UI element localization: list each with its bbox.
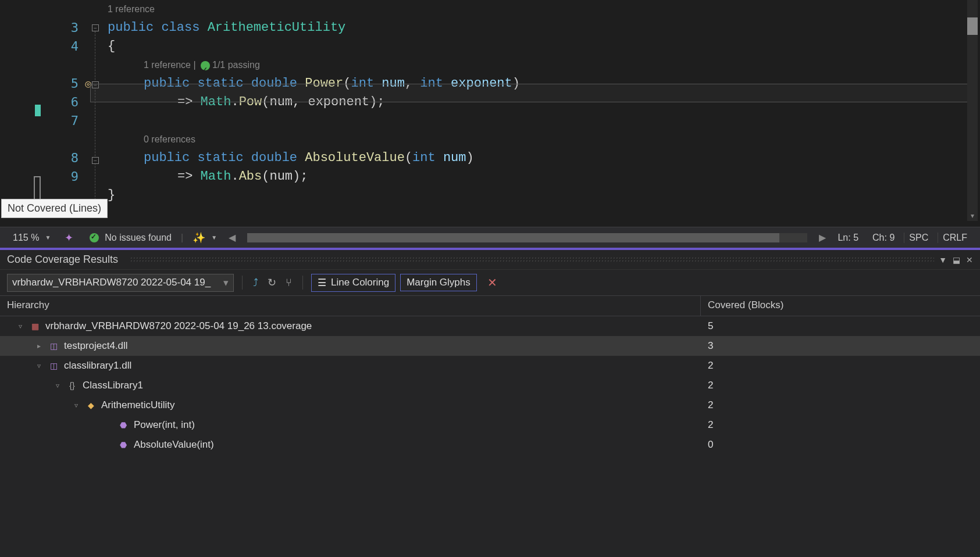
tree-row[interactable]: ▿◫classlibrary1.dll2: [0, 356, 980, 376]
tree-label: ArithemeticUtility: [101, 399, 175, 411]
tree-label: testproject4.dll: [64, 340, 128, 352]
scroll-right-icon[interactable]: ▶: [817, 232, 828, 243]
refresh-icon[interactable]: ↻: [265, 274, 279, 291]
line-coloring-icon: ☰: [318, 277, 326, 289]
covered-value: 2: [701, 360, 980, 372]
cursor-line[interactable]: Ln: 5: [833, 233, 863, 243]
test-pass-icon: [201, 61, 210, 70]
line-number: 5: [71, 74, 79, 93]
panel-header: Code Coverage Results ▼ ⬓ ✕: [0, 250, 980, 270]
code-coverage-panel: Code Coverage Results ▼ ⬓ ✕ vrbhardw_VRB…: [0, 250, 980, 557]
covered-value: 3: [701, 340, 980, 352]
covered-value: 0: [701, 439, 980, 451]
expander-icon[interactable]: ▿: [16, 322, 24, 330]
scroll-down-icon[interactable]: ▾: [967, 212, 978, 220]
line-endings[interactable]: CRLF: [938, 233, 972, 243]
code-line[interactable]: public class ArithemeticUtility: [108, 19, 980, 37]
tree-label: classlibrary1.dll: [64, 360, 131, 372]
tree-row[interactable]: ▸◫testproject4.dll3: [0, 336, 980, 356]
assembly-icon: ◫: [48, 341, 59, 351]
covered-value: 2: [701, 380, 980, 391]
tree-row[interactable]: ▿{}ClassLibrary12: [0, 376, 980, 395]
close-icon[interactable]: ✕: [966, 255, 973, 265]
panel-grip[interactable]: [130, 256, 934, 263]
codelens[interactable]: 1 reference | 1/1 passing: [108, 56, 980, 74]
tree-row[interactable]: ⬣Power(int, int)2: [0, 415, 980, 435]
cleanup-icon[interactable]: ✨▼: [188, 231, 222, 244]
tree-label: ClassLibrary1: [83, 380, 143, 391]
expander-icon[interactable]: ▿: [54, 381, 62, 390]
line-number: 9: [71, 167, 79, 186]
code-line[interactable]: public static double AbsoluteValue(int n…: [108, 149, 980, 167]
margin-glyphs-toggle[interactable]: Margin Glyphs: [400, 274, 477, 291]
horizontal-scrollbar[interactable]: [247, 233, 807, 242]
method-icon: ⬣: [117, 440, 129, 449]
lightbulb-icon[interactable]: ✦: [60, 231, 78, 244]
panel-dropdown-icon[interactable]: ▼: [939, 255, 947, 265]
check-icon: [90, 233, 99, 242]
method-icon: ⬣: [117, 420, 129, 430]
code-line[interactable]: => Math.Abs(num);: [108, 167, 980, 186]
codelens[interactable]: 1 reference: [108, 0, 980, 19]
issues-status[interactable]: No issues found: [83, 233, 176, 243]
coverage-run-select[interactable]: vrbhardw_VRBHARDW8720 2022-05-04 19_▾: [7, 274, 234, 292]
coverage-toolbar: vrbhardw_VRBHARDW8720 2022-05-04 19_▾ ⤴ …: [0, 270, 980, 295]
zoom-level[interactable]: 115 %▼: [8, 233, 55, 243]
column-hierarchy[interactable]: Hierarchy: [0, 296, 701, 316]
coverage-margin: [0, 0, 44, 227]
expander-icon[interactable]: ▿: [72, 401, 80, 409]
code-editor[interactable]: 3 4 5◎ 6 7 8 9 − − − 1 reference public …: [0, 0, 980, 227]
line-number: 6: [71, 93, 79, 112]
fold-gutter: − − −: [90, 0, 108, 227]
pin-icon[interactable]: ⬓: [953, 255, 960, 265]
coverage-tooltip: Not Covered (Lines): [1, 199, 108, 218]
expander-icon[interactable]: ▸: [35, 342, 43, 350]
line-number: 4: [71, 37, 79, 56]
code-line[interactable]: {: [108, 37, 980, 56]
expander-icon[interactable]: ▿: [35, 362, 43, 370]
code-line[interactable]: }: [108, 186, 980, 205]
export-icon[interactable]: ⤴: [251, 274, 261, 291]
scroll-left-icon[interactable]: ◀: [226, 232, 238, 243]
assembly-icon: ◫: [48, 361, 59, 370]
remove-icon[interactable]: ✕: [482, 276, 503, 290]
code-line[interactable]: [108, 112, 980, 130]
tree-label: vrbhardw_VRBHARDW8720 2022-05-04 19_26 1…: [45, 320, 312, 332]
cursor-col[interactable]: Ch: 9: [868, 233, 899, 243]
coverage-tree[interactable]: ▿▦vrbhardw_VRBHARDW8720 2022-05-04 19_26…: [0, 316, 980, 557]
scrollbar-thumb[interactable]: [967, 17, 978, 35]
column-covered[interactable]: Covered (Blocks): [701, 296, 980, 316]
panel-title: Code Coverage Results: [7, 253, 118, 266]
covered-value: 5: [701, 320, 980, 332]
tree-row[interactable]: ▿▦vrbhardw_VRBHARDW8720 2022-05-04 19_26…: [0, 316, 980, 336]
codelens[interactable]: 0 references: [108, 130, 980, 149]
coverage-grid-header: Hierarchy Covered (Blocks): [0, 295, 980, 316]
scrollbar-thumb[interactable]: [247, 233, 779, 242]
covered-value: 2: [701, 419, 980, 431]
fold-toggle[interactable]: −: [92, 24, 99, 31]
current-line-highlight: [90, 84, 974, 102]
namespace-icon: {}: [66, 381, 78, 390]
editor-status-bar: 115 %▼ ✦ No issues found | ✨▼ ◀ ▶ Ln: 5 …: [0, 227, 980, 248]
tree-row[interactable]: ⬣AbsoluteValue(int)0: [0, 435, 980, 455]
line-number-gutter: 3 4 5◎ 6 7 8 9: [44, 0, 90, 227]
line-number: 7: [71, 112, 79, 130]
tree-row[interactable]: ▿◆ArithemeticUtility2: [0, 395, 980, 415]
code-content[interactable]: 1 reference public class ArithemeticUtil…: [108, 0, 980, 227]
tree-label: Power(int, int): [134, 419, 195, 431]
class-icon: ◆: [85, 401, 97, 410]
line-number: 8: [71, 149, 79, 167]
coverage-file-icon: ▦: [29, 322, 41, 331]
vertical-scrollbar[interactable]: ▾: [967, 0, 978, 221]
fold-toggle[interactable]: −: [92, 157, 99, 164]
tree-label: AbsoluteValue(int): [134, 439, 214, 451]
merge-icon[interactable]: ⑂: [283, 274, 294, 291]
line-number: 3: [71, 19, 79, 37]
coverage-covered-marker: [35, 105, 41, 116]
indent-mode[interactable]: SPC: [904, 233, 933, 243]
covered-value: 2: [701, 399, 980, 411]
line-coloring-toggle[interactable]: ☰ Line Coloring: [311, 274, 395, 292]
